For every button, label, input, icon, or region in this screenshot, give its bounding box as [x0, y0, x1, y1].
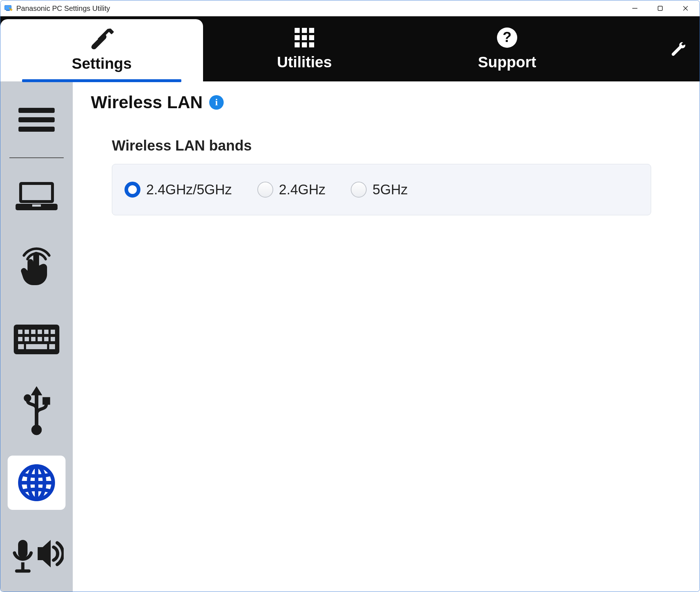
tab-label: Support: [478, 54, 536, 71]
globe-icon: [17, 463, 56, 503]
section-wireless-bands: Wireless LAN bands 2.4GHz/5GHz 2.4GHz 5G…: [91, 138, 682, 215]
svg-rect-30: [38, 330, 42, 334]
sidebar: [0, 81, 73, 592]
maximize-button[interactable]: [648, 0, 673, 16]
sidebar-item-usb[interactable]: [8, 384, 66, 438]
radio-label: 5GHz: [372, 182, 408, 198]
tab-utilities[interactable]: Utilities: [203, 16, 406, 81]
keyboard-icon: [13, 324, 60, 355]
active-tab-underline: [22, 79, 181, 82]
section-title: Wireless LAN bands: [112, 138, 682, 154]
svg-rect-25: [32, 204, 41, 207]
svg-rect-46: [43, 397, 50, 405]
svg-rect-28: [25, 330, 29, 334]
svg-rect-23: [22, 185, 51, 200]
svg-rect-37: [44, 337, 49, 341]
svg-rect-40: [26, 344, 47, 349]
svg-rect-11: [295, 35, 300, 40]
svg-rect-51: [18, 540, 28, 558]
window-title: Panasonic PC Settings Utility: [16, 4, 622, 13]
app-icon: [4, 4, 13, 13]
radio-indicator: [351, 182, 367, 198]
main-content: Wireless LAN i Wireless LAN bands 2.4GHz…: [73, 81, 700, 592]
svg-rect-27: [18, 330, 22, 334]
sidebar-item-keyboard[interactable]: [8, 312, 66, 367]
svg-rect-9: [302, 28, 307, 33]
svg-rect-38: [51, 337, 55, 341]
sidebar-item-network[interactable]: [8, 456, 66, 510]
titlebar: Panasonic PC Settings Utility: [0, 0, 700, 16]
radio-label: 2.4GHz: [279, 182, 326, 198]
info-icon: i: [215, 97, 218, 108]
svg-rect-41: [49, 344, 55, 349]
svg-rect-39: [18, 344, 24, 349]
tab-label: Settings: [72, 55, 132, 72]
svg-point-44: [31, 425, 42, 435]
page-title-row: Wireless LAN i: [91, 92, 682, 112]
radio-label: 2.4GHz/5GHz: [146, 182, 232, 198]
svg-point-2: [10, 9, 12, 11]
svg-rect-35: [31, 337, 35, 341]
laptop-icon: [15, 180, 58, 212]
svg-rect-12: [302, 35, 307, 40]
app-window: Panasonic PC Settings Utility: [0, 0, 700, 592]
body: Wireless LAN i Wireless LAN bands 2.4GHz…: [0, 81, 700, 592]
svg-text:?: ?: [503, 29, 511, 45]
sidebar-item-audio[interactable]: [8, 527, 66, 582]
tools-icon: [88, 28, 116, 50]
radio-option-24ghz[interactable]: 2.4GHz: [257, 182, 326, 198]
close-button[interactable]: [673, 0, 698, 16]
svg-rect-31: [44, 330, 49, 334]
tab-label: Utilities: [277, 54, 332, 71]
minimize-button[interactable]: [622, 0, 648, 16]
svg-rect-32: [51, 330, 55, 334]
sidebar-item-display[interactable]: [8, 169, 66, 223]
svg-rect-20: [18, 117, 55, 122]
page-title: Wireless LAN: [91, 92, 203, 112]
svg-rect-36: [38, 337, 42, 341]
svg-rect-19: [18, 108, 55, 113]
radio-group-bands: 2.4GHz/5GHz 2.4GHz 5GHz: [112, 164, 651, 215]
svg-rect-15: [302, 42, 307, 47]
hamburger-icon: [17, 105, 56, 134]
svg-rect-13: [309, 35, 314, 40]
radio-indicator: [257, 182, 273, 198]
info-button[interactable]: i: [209, 95, 224, 110]
top-tools: [670, 16, 700, 81]
svg-point-45: [24, 394, 31, 402]
svg-rect-29: [31, 330, 35, 334]
sidebar-item-menu[interactable]: [8, 92, 66, 147]
radio-option-5ghz[interactable]: 5GHz: [351, 182, 408, 198]
question-icon: ?: [496, 27, 518, 48]
sidebar-item-touch[interactable]: [8, 241, 66, 295]
tools-button[interactable]: [670, 40, 687, 58]
svg-rect-8: [295, 28, 300, 33]
radio-option-both[interactable]: 2.4GHz/5GHz: [125, 182, 232, 198]
svg-rect-34: [25, 337, 29, 341]
tab-settings[interactable]: Settings: [0, 19, 203, 81]
svg-rect-1: [6, 10, 10, 11]
top-tabs: Settings: [0, 16, 700, 81]
svg-rect-33: [18, 337, 22, 341]
radio-indicator: [125, 182, 140, 198]
mic-speaker-icon: [9, 533, 64, 576]
svg-rect-16: [309, 42, 314, 47]
svg-rect-21: [18, 127, 55, 132]
sidebar-separator: [9, 157, 64, 158]
touch-icon: [17, 246, 56, 289]
svg-rect-14: [295, 42, 300, 47]
tab-support[interactable]: ? Support: [406, 16, 608, 81]
window-controls: [622, 0, 698, 16]
svg-rect-10: [309, 28, 314, 33]
grid-icon: [293, 27, 316, 48]
svg-rect-4: [658, 6, 662, 10]
usb-icon: [20, 386, 53, 436]
